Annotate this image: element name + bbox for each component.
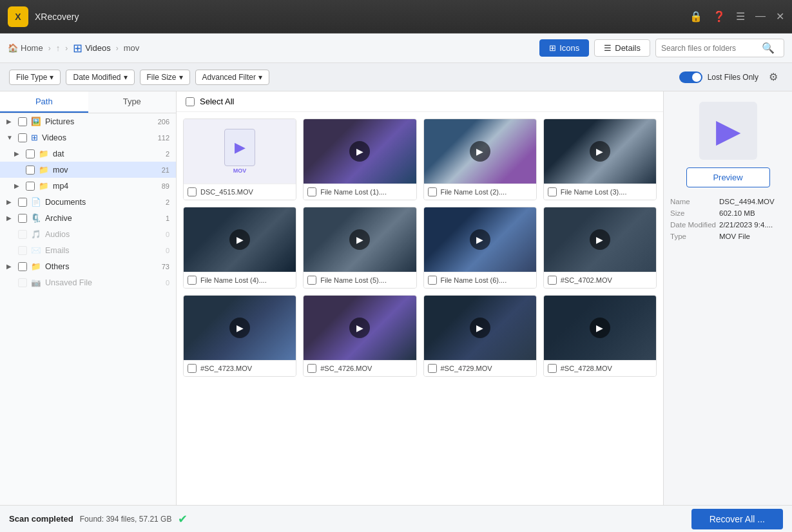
file-card-1[interactable]: ▶ File Name Lost (1)....	[303, 119, 416, 200]
help-icon[interactable]: ❓	[713, 10, 726, 23]
file-size-filter[interactable]: File Size ▾	[140, 70, 190, 85]
view-icons-button[interactable]: ⊞ Icons	[539, 39, 589, 57]
file-card-7[interactable]: ▶ #SC_4702.MOV	[543, 207, 657, 289]
minimize-icon[interactable]: —	[755, 10, 766, 23]
select-all-checkbox[interactable]	[186, 97, 195, 106]
lost-files-toggle[interactable]	[679, 71, 702, 83]
file-checkbox-1[interactable]	[307, 187, 316, 196]
others-count: 73	[162, 263, 169, 271]
documents-checkbox[interactable]	[18, 198, 27, 207]
meta-name-row: Name DSC_4494.MOV	[670, 198, 786, 205]
window-controls: 🔒 ❓ ☰ — ✕	[690, 10, 784, 23]
play-icon-6: ▶	[470, 229, 490, 250]
file-card-10[interactable]: ▶ #SC_4729.MOV	[423, 295, 537, 377]
file-checkbox-10[interactable]	[428, 364, 437, 373]
unsaved-count: 0	[166, 279, 169, 287]
file-thumb-5: ▶	[304, 207, 416, 272]
mov-checkbox[interactable]	[26, 166, 35, 175]
file-checkbox-7[interactable]	[548, 276, 557, 285]
mp4-checkbox[interactable]	[26, 182, 35, 191]
recover-all-button[interactable]: Recover All ...	[691, 509, 783, 529]
file-card-label-5: File Name Lost (5)....	[304, 272, 416, 288]
file-checkbox-5[interactable]	[307, 276, 316, 285]
videos-checkbox[interactable]	[18, 133, 27, 142]
search-input[interactable]	[661, 44, 758, 53]
sidebar-item-audios: 🎵 Audios 0	[0, 226, 176, 242]
file-card-8[interactable]: ▶ #SC_4723.MOV	[183, 295, 296, 377]
sidebar-item-documents[interactable]: ▶ 📄 Documents 2	[0, 194, 176, 210]
mp4-folder-icon: 📁	[39, 181, 49, 191]
sidebar-item-unsaved: 📷 Unsaved File 0	[0, 274, 176, 290]
home-nav[interactable]: 🏠 Home	[8, 43, 43, 53]
up-icon[interactable]: ↑	[56, 43, 61, 53]
navbar: 🏠 Home › ↑ › ⊞ Videos › mov ⊞ Icons ☰ De…	[0, 33, 792, 63]
file-video-icon: ▶	[716, 112, 740, 149]
file-checkbox-2[interactable]	[428, 187, 437, 196]
close-icon[interactable]: ✕	[776, 10, 784, 23]
sidebar-item-others[interactable]: ▶ 📁 Others 73	[0, 258, 176, 274]
sidebar-item-mov[interactable]: 📁 mov 21	[0, 162, 176, 178]
file-checkbox-11[interactable]	[548, 364, 557, 373]
filter-options-icon[interactable]: ⚙	[764, 68, 783, 87]
pictures-checkbox[interactable]	[18, 117, 27, 126]
play-icon-5: ▶	[349, 229, 370, 250]
unsaved-checkbox	[18, 278, 27, 287]
file-thumb-2: ▶	[424, 119, 536, 184]
file-checkbox-9[interactable]	[307, 364, 316, 373]
lock-icon[interactable]: 🔒	[690, 10, 702, 23]
meta-size-row: Size 602.10 MB	[670, 209, 786, 217]
date-modified-filter[interactable]: Date Modified ▾	[66, 70, 134, 85]
videos-nav[interactable]: ⊞ Videos	[73, 41, 111, 55]
file-thumb-7: ▶	[544, 207, 656, 272]
file-checkbox-4[interactable]	[188, 276, 197, 285]
preview-button[interactable]: Preview	[686, 167, 770, 187]
file-checkbox-3[interactable]	[548, 187, 557, 196]
dat-checkbox[interactable]	[26, 149, 35, 158]
file-checkbox-6[interactable]	[428, 276, 437, 285]
sidebar-item-archive[interactable]: ▶ 🗜️ Archive 1	[0, 210, 176, 226]
advanced-filter-button[interactable]: Advanced Filter ▾	[195, 70, 269, 85]
sidebar-item-videos[interactable]: ▼ ⊞ Videos 112	[0, 129, 176, 146]
current-folder: mov	[124, 43, 140, 53]
file-card-5[interactable]: ▶ File Name Lost (5)....	[303, 207, 416, 289]
file-card-label-7: #SC_4702.MOV	[544, 272, 656, 288]
file-card-label-2: File Name Lost (2)....	[424, 184, 536, 200]
mp4-count: 89	[162, 182, 169, 190]
file-card-2[interactable]: ▶ File Name Lost (2)....	[423, 119, 537, 200]
expand-icon: ▶	[6, 214, 14, 222]
view-details-button[interactable]: ☰ Details	[594, 39, 650, 57]
file-checkbox-0[interactable]	[188, 187, 197, 196]
mp4-label: mp4	[53, 182, 68, 191]
file-name-11: #SC_4728.MOV	[561, 365, 612, 372]
menu-icon[interactable]: ☰	[736, 10, 745, 23]
pictures-folder-icon: 🖼️	[31, 117, 41, 126]
select-all-bar: Select All	[177, 91, 663, 112]
search-icon[interactable]: 🔍	[762, 42, 775, 54]
archive-checkbox[interactable]	[18, 214, 27, 223]
tab-type[interactable]: Type	[88, 91, 177, 113]
file-card-0[interactable]: ▶ MOV DSC_4515.MOV	[183, 119, 296, 200]
meta-date-row: Date Modified 2/21/2023 9:4....	[670, 221, 786, 229]
file-card-3[interactable]: ▶ File Name Lost (3)....	[543, 119, 657, 200]
file-type-filter[interactable]: File Type ▾	[9, 70, 61, 85]
videos-count: 112	[158, 134, 169, 142]
tab-path[interactable]: Path	[0, 91, 88, 113]
file-card-11[interactable]: ▶ #SC_4728.MOV	[543, 295, 657, 377]
documents-folder-icon: 📄	[31, 197, 41, 207]
videos-folder-icon: ⊞	[31, 133, 38, 142]
emails-count: 0	[166, 247, 169, 254]
dat-label: dat	[53, 149, 64, 158]
file-card-label-0: DSC_4515.MOV	[184, 184, 296, 200]
file-name-2: File Name Lost (2)....	[441, 188, 507, 196]
file-card-9[interactable]: ▶ #SC_4726.MOV	[303, 295, 416, 377]
sidebar-item-pictures[interactable]: ▶ 🖼️ Pictures 206	[0, 113, 176, 129]
expand-icon: ▶	[14, 150, 22, 157]
sidebar-item-mp4[interactable]: ▶ 📁 mp4 89	[0, 178, 176, 194]
sidebar-item-dat[interactable]: ▶ 📁 dat 2	[0, 146, 176, 162]
file-card-6[interactable]: ▶ File Name Lost (6)....	[423, 207, 537, 289]
unsaved-label: Unsaved File	[45, 278, 92, 287]
file-checkbox-8[interactable]	[188, 364, 197, 373]
file-card-4[interactable]: ▶ File Name Lost (4)....	[183, 207, 296, 289]
others-checkbox[interactable]	[18, 262, 27, 271]
dat-count: 2	[166, 150, 169, 158]
